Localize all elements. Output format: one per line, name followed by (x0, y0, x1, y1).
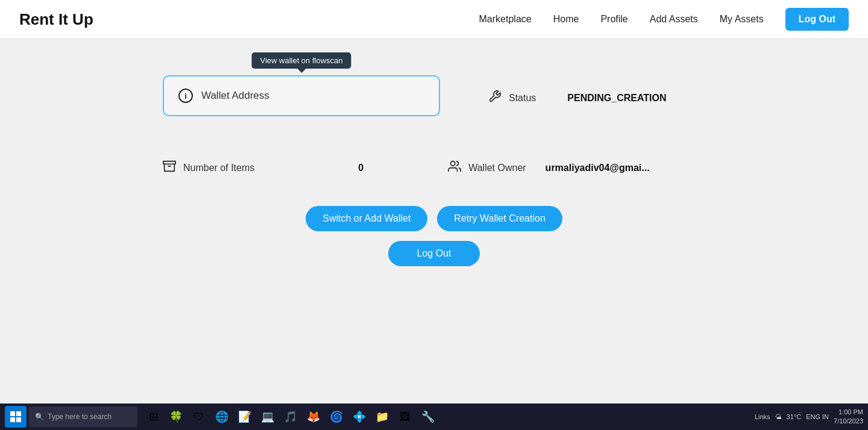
box-icon (163, 160, 176, 176)
items-label: Number of Items (183, 163, 254, 173)
taskbar-temp: 31°C (787, 413, 802, 420)
taskbar-icon-app12[interactable]: 🔧 (417, 406, 439, 428)
clock-date: 7/10/2023 (834, 417, 863, 426)
clock-time: 1:00 PM (834, 408, 863, 417)
taskbar-lang: ENG IN (806, 413, 829, 420)
taskbar-icon-notion[interactable]: 📝 (234, 406, 256, 428)
owner-value: urmaliyadiv04@gmai... (546, 163, 650, 173)
svg-rect-6 (16, 417, 21, 422)
taskbar-icon-brave[interactable]: 🛡 (188, 406, 210, 428)
svg-rect-5 (10, 417, 15, 422)
taskbar-right: Links 🌤 31°C ENG IN 1:00 PM 7/10/2023 (755, 408, 863, 426)
taskbar-icon-chrome[interactable]: 🌐 (211, 406, 233, 428)
retry-button[interactable]: Retry Wallet Creation (437, 206, 562, 231)
taskbar-icon-edge[interactable]: 🌀 (326, 406, 347, 428)
items-row: Number of Items 0 (163, 160, 363, 176)
taskbar-icon-photos[interactable]: 🖼 (394, 406, 416, 428)
svg-rect-3 (10, 411, 15, 416)
taskbar-icon-widgets[interactable]: 🍀 (165, 406, 187, 428)
taskbar-icon-terminal[interactable]: 💠 (348, 406, 370, 428)
items-value: 0 (358, 163, 363, 173)
taskbar-icon-firefox[interactable]: 🦊 (303, 406, 324, 428)
nav-marketplace[interactable]: Marketplace (479, 14, 532, 25)
taskbar-icon-explorer[interactable]: 📁 (371, 406, 393, 428)
flowscan-tooltip: View wallet on flowscan (251, 52, 351, 69)
brand-logo: Rent It Up (19, 10, 93, 29)
wallet-address-label: Wallet Address (201, 90, 269, 102)
main-logout-button[interactable]: Log Out (388, 241, 480, 266)
person-icon (448, 160, 461, 176)
taskbar-icon-vscode[interactable]: 💻 (257, 406, 278, 428)
switch-wallet-button[interactable]: Switch or Add Wallet (306, 206, 427, 231)
owner-label: Wallet Owner (468, 163, 526, 173)
search-placeholder: Type here to search (48, 413, 112, 421)
taskbar-weather: 🌤 (775, 413, 782, 420)
taskbar-app-icons: ⊞ 🍀 🛡 🌐 📝 💻 🎵 🦊 🌀 💠 📁 🖼 🔧 (142, 406, 439, 428)
wrench-icon (488, 90, 502, 106)
wallet-address-section: View wallet on flowscan i Wallet Address (163, 75, 440, 116)
nav-logout-button[interactable]: Log Out (785, 8, 849, 31)
nav-add-assets[interactable]: Add Assets (650, 14, 698, 25)
status-value: PENDING_CREATION (567, 93, 666, 104)
svg-rect-4 (16, 411, 21, 416)
info-icon: i (178, 89, 193, 103)
taskbar-links: Links (755, 413, 770, 420)
primary-actions: Switch or Add Wallet Retry Wallet Creati… (306, 206, 562, 231)
wallet-address-box[interactable]: i Wallet Address (163, 75, 440, 116)
start-button[interactable] (5, 406, 27, 428)
status-row: Status PENDING_CREATION (488, 90, 667, 106)
nav-my-assets[interactable]: My Assets (720, 14, 764, 25)
navbar: Rent It Up Marketplace Home Profile Add … (0, 0, 868, 39)
taskbar-clock: 1:00 PM 7/10/2023 (834, 408, 863, 426)
search-icon: 🔍 (35, 413, 44, 421)
taskbar-icon-task-view[interactable]: ⊞ (142, 406, 164, 428)
taskbar: 🔍 Type here to search ⊞ 🍀 🛡 🌐 📝 💻 🎵 🦊 🌀 … (0, 404, 868, 430)
taskbar-icon-app7[interactable]: 🎵 (280, 406, 301, 428)
action-buttons: Switch or Add Wallet Retry Wallet Creati… (306, 206, 562, 266)
svg-point-2 (451, 161, 455, 166)
nav-profile[interactable]: Profile (600, 14, 627, 25)
svg-rect-0 (163, 161, 175, 164)
main-content: View wallet on flowscan i Wallet Address… (0, 39, 868, 290)
status-label: Status (509, 93, 536, 104)
taskbar-search[interactable]: 🔍 Type here to search (29, 407, 137, 427)
nav-home[interactable]: Home (553, 14, 579, 25)
owner-row: Wallet Owner urmaliyadiv04@gmai... (448, 160, 649, 176)
nav-links: Marketplace Home Profile Add Assets My A… (479, 8, 849, 31)
